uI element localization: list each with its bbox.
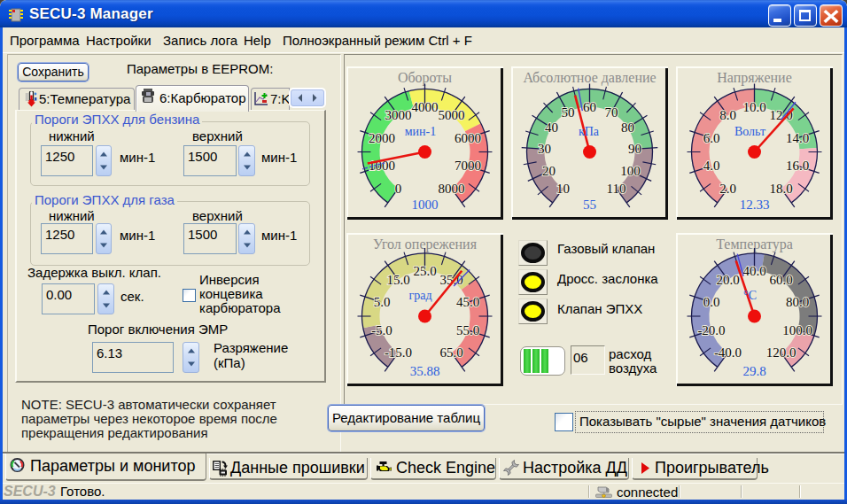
svg-text:110: 110 [607, 182, 626, 196]
svg-text:0.0: 0.0 [703, 295, 720, 309]
svg-text:60.0: 60.0 [769, 273, 792, 287]
svg-text:80: 80 [621, 120, 634, 135]
svg-text:18.0: 18.0 [769, 182, 792, 196]
svg-text:55: 55 [583, 198, 596, 212]
svg-text:29.8: 29.8 [742, 364, 765, 378]
svg-text:60: 60 [583, 100, 596, 114]
svg-text:10: 10 [556, 182, 570, 196]
svg-text:100.0: 100.0 [782, 323, 812, 337]
svg-text:16.0: 16.0 [786, 159, 809, 173]
svg-text:15.0: 15.0 [386, 273, 409, 287]
svg-text:80.0: 80.0 [786, 295, 809, 309]
svg-text:-20.0: -20.0 [697, 323, 725, 337]
svg-text:4000: 4000 [412, 100, 439, 114]
svg-text:45.0: 45.0 [456, 295, 479, 309]
svg-text:70: 70 [605, 105, 618, 120]
svg-text:50: 50 [561, 105, 574, 120]
svg-text:7000: 7000 [455, 159, 481, 173]
svg-text:0: 0 [395, 182, 402, 196]
svg-text:14.0: 14.0 [786, 131, 809, 145]
svg-text:Вольт: Вольт [734, 125, 765, 138]
svg-text:5.0: 5.0 [374, 295, 391, 309]
svg-text:град: град [408, 289, 431, 302]
svg-text:40: 40 [545, 120, 558, 135]
svg-text:40.0: 40.0 [742, 264, 765, 278]
svg-text:-40.0: -40.0 [714, 345, 742, 360]
svg-text:4.0: 4.0 [703, 159, 720, 173]
svg-text:Обороты: Обороты [398, 70, 452, 86]
svg-text:6000: 6000 [455, 131, 481, 145]
svg-text:-15.0: -15.0 [385, 345, 412, 360]
svg-text:35.88: 35.88 [410, 364, 440, 378]
svg-text:65.0: 65.0 [439, 345, 462, 360]
svg-text:1000: 1000 [412, 198, 439, 212]
svg-text:20.0: 20.0 [716, 273, 739, 287]
svg-text:2.0: 2.0 [719, 182, 736, 196]
svg-text:Напряжение: Напряжение [717, 70, 792, 86]
svg-text:12.33: 12.33 [740, 198, 770, 212]
svg-text:10.0: 10.0 [742, 100, 765, 114]
svg-text:Абсолютное давление: Абсолютное давление [523, 70, 656, 86]
svg-text:55.0: 55.0 [456, 323, 479, 337]
svg-text:100: 100 [620, 164, 641, 178]
svg-text:25.0: 25.0 [413, 264, 436, 278]
svg-text:3000: 3000 [385, 108, 412, 122]
svg-text:кПа: кПа [579, 125, 600, 138]
svg-text:30: 30 [538, 142, 551, 156]
svg-text:-5.0: -5.0 [371, 323, 392, 337]
svg-text:120.0: 120.0 [766, 345, 796, 360]
svg-text:90: 90 [628, 142, 641, 156]
svg-text:°C: °C [743, 289, 757, 302]
svg-text:8000: 8000 [439, 182, 465, 196]
svg-text:8.0: 8.0 [719, 108, 736, 122]
svg-text:2000: 2000 [369, 131, 395, 145]
svg-text:мин-1: мин-1 [405, 125, 437, 138]
svg-text:20: 20 [542, 164, 556, 178]
svg-text:5000: 5000 [439, 108, 465, 122]
svg-text:6.0: 6.0 [703, 131, 720, 145]
